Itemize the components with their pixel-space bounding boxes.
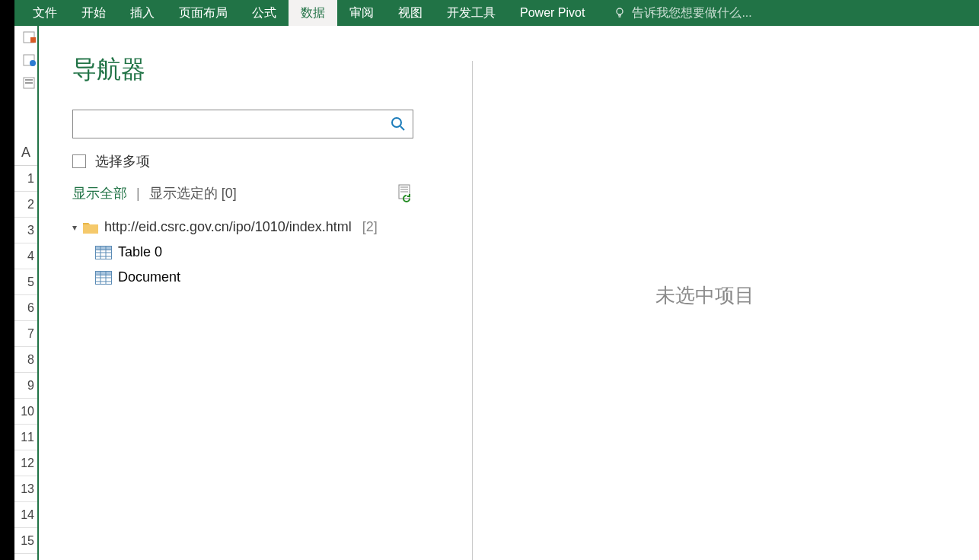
svg-point-0 (617, 8, 623, 14)
qat-icon-3[interactable] (23, 76, 37, 90)
search-icon[interactable] (384, 110, 413, 138)
row-header[interactable]: 2 (14, 192, 38, 218)
svg-point-8 (392, 118, 401, 127)
ribbon-tab-data[interactable]: 数据 (289, 0, 337, 26)
row-header[interactable]: 13 (14, 476, 38, 502)
ribbon-tab-developer[interactable]: 开发工具 (435, 0, 508, 26)
tree-item-table0[interactable]: Table 0 (95, 244, 430, 260)
row-header[interactable]: 15 (14, 528, 38, 554)
ribbon-tab-view[interactable]: 视图 (386, 0, 435, 26)
tell-me-placeholder: 告诉我您想要做什么... (632, 5, 751, 21)
row-header[interactable]: 4 (14, 243, 38, 269)
filter-separator: | (136, 186, 140, 202)
svg-rect-11 (96, 246, 112, 250)
navigator-preview-pane: 未选中项目 (430, 30, 979, 560)
tree-view: ▾ http://eid.csrc.gov.cn/ipo/1010/index.… (72, 219, 430, 285)
qat-icon-1[interactable] (23, 30, 37, 44)
svg-point-4 (30, 60, 36, 66)
row-header[interactable]: 1 (14, 166, 38, 192)
ribbon-tab-powerpivot[interactable]: Power Pivot (508, 0, 597, 26)
column-header-a[interactable]: A (14, 140, 37, 166)
navigator-left-pane: 导航器 选择多项 显示全部 | 显示选定的 [0] (42, 30, 430, 560)
show-selected-link[interactable]: 显示选定的 [0] (149, 184, 237, 202)
tree-item-label: Table 0 (118, 244, 162, 260)
navigator-dialog: 导航器 选择多项 显示全部 | 显示选定的 [0] (42, 30, 979, 560)
show-all-link[interactable]: 显示全部 (72, 184, 127, 202)
ribbon-tab-review[interactable]: 审阅 (337, 0, 386, 26)
svg-rect-13 (96, 271, 112, 275)
row-header[interactable]: 9 (14, 373, 38, 399)
vertical-divider (472, 61, 473, 560)
bulb-icon (614, 7, 626, 19)
row-header[interactable]: 3 (14, 218, 38, 243)
svg-rect-2 (30, 37, 36, 43)
multi-select-label: 选择多项 (95, 152, 150, 170)
navigator-title: 导航器 (72, 53, 430, 87)
multi-select-checkbox[interactable] (72, 154, 86, 168)
tree-root-count: [2] (362, 219, 378, 235)
ribbon-tab-home[interactable]: 开始 (69, 0, 118, 26)
row-header[interactable]: 14 (14, 502, 38, 528)
svg-rect-7 (25, 82, 33, 84)
tree-root-node[interactable]: ▾ http://eid.csrc.gov.cn/ipo/1010/index.… (72, 219, 430, 235)
tell-me-box[interactable]: 告诉我您想要做什么... (614, 5, 751, 21)
table-icon (95, 271, 112, 285)
row-header[interactable]: 12 (14, 450, 38, 476)
folder-icon (83, 221, 98, 234)
row-header[interactable]: 5 (14, 269, 38, 295)
pane-divider (37, 26, 39, 560)
tree-root-url: http://eid.csrc.gov.cn/ipo/1010/index.ht… (104, 219, 352, 235)
search-box[interactable] (72, 110, 413, 138)
row-header[interactable]: 11 (14, 425, 38, 450)
window-edge (0, 0, 14, 560)
ribbon-tab-pagelayout[interactable]: 页面布局 (167, 0, 240, 26)
ribbon-bar: 文件 开始 插入 页面布局 公式 数据 审阅 视图 开发工具 Power Piv… (14, 0, 979, 26)
search-input[interactable] (73, 110, 384, 138)
row-header[interactable]: 8 (14, 347, 38, 373)
ribbon-tab-insert[interactable]: 插入 (118, 0, 167, 26)
ribbon-tab-formulas[interactable]: 公式 (240, 0, 289, 26)
tree-children: Table 0 Document (95, 244, 430, 285)
no-selection-message: 未选中项目 (655, 282, 754, 309)
collapse-arrow-icon[interactable]: ▾ (72, 222, 77, 233)
filter-row: 显示全部 | 显示选定的 [0] (72, 184, 413, 202)
table-icon (95, 246, 112, 259)
tree-item-label: Document (118, 269, 180, 285)
row-header[interactable]: 10 (14, 399, 38, 425)
tree-item-document[interactable]: Document (95, 269, 430, 285)
row-header[interactable]: 7 (14, 321, 38, 347)
row-header[interactable]: 6 (14, 295, 38, 321)
svg-rect-6 (25, 79, 33, 81)
qat-icon-2[interactable] (23, 53, 37, 67)
ribbon-tab-file[interactable]: 文件 (21, 0, 69, 26)
multi-select-row[interactable]: 选择多项 (72, 152, 430, 170)
refresh-icon[interactable] (397, 184, 413, 202)
